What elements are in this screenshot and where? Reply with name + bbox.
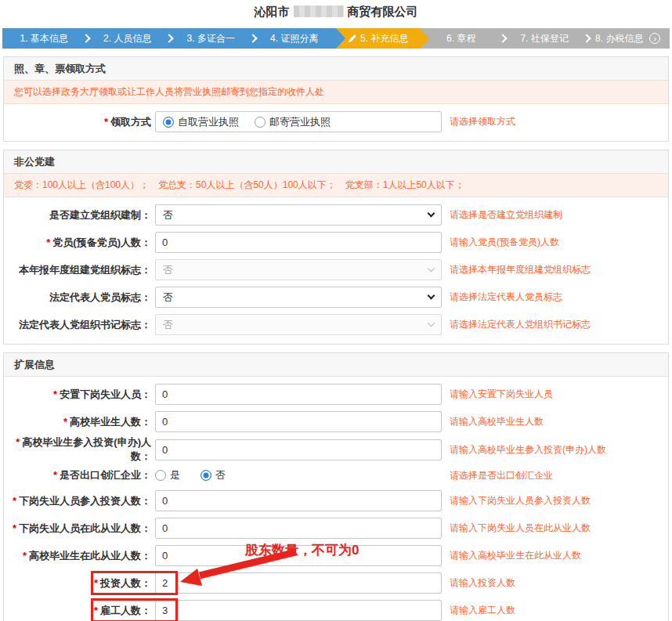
field-label: *高校毕业生人数： — [4, 415, 151, 429]
form-row-investor-count: 股东数量，不可为0 *投资人数： 请输入投资人数 — [4, 569, 668, 597]
step-label: 1. 基本信息 — [20, 32, 68, 45]
field-label: *高校毕业生在此从业人数： — [4, 549, 151, 563]
radio-unselected-icon — [255, 117, 266, 128]
graduate-count-input[interactable] — [155, 411, 442, 432]
step-label: 7. 社保登记 — [521, 32, 569, 45]
field-hint: 请选择是否建立党组织建制 — [450, 208, 562, 222]
section-extended-info: 扩展信息 *安置下岗失业人员： 请输入安置下岗失业人员 *高校毕业生人数： 请输… — [3, 352, 669, 621]
radio-self-pickup[interactable]: 自取营业执照 — [163, 115, 239, 129]
page: 沁阳市商贸有限公司 1. 基本信息 2. 人员信息 3. 多证合一 4. 证照分… — [0, 0, 672, 621]
section-title: 扩展信息 — [4, 353, 668, 377]
required-asterisk: * — [94, 605, 98, 616]
radio-mail-pickup[interactable]: 邮寄营业执照 — [255, 115, 331, 129]
form-row: *党员(预备党员)人数： 请输入党员(预备党员)人数 — [4, 229, 668, 256]
field-label: *领取方式 — [4, 115, 151, 129]
pickup-method-radiogroup: 自取营业执照 邮寄营业执照 — [155, 111, 442, 132]
step-label: 4. 证照分离 — [270, 32, 318, 45]
select-value: 否 — [163, 208, 173, 222]
employee-count-input[interactable] — [155, 600, 442, 621]
radio-unselected-icon — [155, 470, 166, 481]
form-row: *安置下岗失业人员： 请输入安置下岗失业人员 — [4, 381, 668, 408]
step-label: 5. 补充信息 — [360, 32, 408, 45]
laidoff-employed-count-input[interactable] — [155, 518, 442, 539]
censored-company-name — [294, 5, 344, 17]
field-hint: 请选择法定代表人党组织书记标志 — [450, 318, 591, 331]
section-party-building: 非公党建 党委：100人以上（含100人）； 党总支：50人以上（含50人）10… — [3, 150, 669, 345]
required-asterisk: * — [63, 416, 67, 428]
step-tab-supplementary-info[interactable]: 5. 补充信息 — [336, 28, 420, 49]
investor-count-input[interactable] — [155, 572, 442, 594]
field-hint: 请输入下岗失业人员参入投资人数 — [450, 494, 591, 507]
field-hint: 请选择领取方式 — [450, 115, 515, 128]
step-tab-cert-separation[interactable]: 4. 证照分离 — [253, 28, 337, 49]
radio-no[interactable]: 否 — [201, 468, 226, 482]
chevron-down-icon — [428, 265, 435, 273]
required-asterisk: * — [16, 436, 20, 448]
legal-rep-party-member-select[interactable]: 否 — [155, 287, 442, 308]
export-enterprise-radiogroup: 是 否 — [155, 468, 442, 482]
required-asterisk: * — [94, 577, 98, 589]
field-label: 法定代表人党员标志： — [4, 291, 151, 305]
select-value: 否 — [163, 291, 173, 305]
field-hint: 请输入高校毕业生人数 — [450, 415, 544, 428]
page-title: 沁阳市商贸有限公司 — [0, 0, 672, 25]
field-label: *投资人数： — [4, 576, 151, 590]
step-tab-tax-info[interactable]: 8. 办税信息 › — [587, 28, 670, 49]
company-name-suffix: 商贸有限公司 — [348, 5, 418, 18]
form-row: *是否出口创汇企业： 是 否 请选择是否出口创汇企业 — [4, 464, 668, 487]
select-value: 否 — [163, 318, 173, 332]
party-member-count-input[interactable] — [155, 232, 442, 253]
field-hint: 请输入投资人数 — [450, 576, 515, 590]
field-hint: 请选择法定代表人党员标志 — [450, 291, 562, 304]
section-title: 照、章、票领取方式 — [4, 57, 668, 81]
field-hint: 请输入雇工人数 — [450, 604, 515, 617]
field-hint: 请输入党员(预备党员)人数 — [450, 236, 559, 249]
section-body: *领取方式 自取营业执照 邮寄营业执照 请选择领取方式 — [4, 104, 668, 141]
step-tab-basic-info[interactable]: 1. 基本信息 — [2, 28, 86, 49]
field-label: *下岗失业人员参入投资人数： — [4, 494, 151, 508]
legal-rep-secretary-select: 否 — [155, 314, 442, 335]
radio-selected-icon — [163, 117, 174, 128]
step-wizard-bar: 1. 基本信息 2. 人员信息 3. 多证合一 4. 证照分离 5. 补充信息 … — [2, 28, 670, 49]
circle-next-icon: › — [649, 33, 660, 44]
section-license-pickup: 照、章、票领取方式 您可以选择政务大厅领取或让工作人员将营业执照邮寄到您指定的收… — [3, 56, 669, 142]
required-asterisk: * — [23, 550, 27, 561]
required-asterisk: * — [13, 495, 16, 507]
field-hint: 请输入下岗失业人员在此从业人数 — [450, 522, 591, 535]
form-row: *高校毕业生在此从业人数： 请输入高校毕业生在此从业人数 — [4, 542, 668, 569]
section-body: 是否建立党组织建制： 否 请选择是否建立党组织建制 *党员(预备党员)人数： 请… — [4, 197, 668, 344]
field-label: 本年报年度组建党组织标志： — [4, 263, 151, 277]
radio-yes[interactable]: 是 — [155, 468, 180, 482]
arrow-separator-icon — [336, 28, 345, 49]
required-asterisk: * — [46, 236, 50, 248]
step-label: 8. 办税信息 — [595, 32, 643, 45]
party-org-system-select[interactable]: 否 — [155, 204, 442, 226]
field-label: 是否建立党组织建制： — [4, 208, 151, 222]
laidoff-invest-count-input[interactable] — [155, 490, 442, 511]
field-hint: 请输入安置下岗失业人员 — [450, 388, 553, 401]
field-label: 法定代表人党组织书记标志： — [4, 318, 151, 332]
step-tab-charter[interactable]: 6. 章程 — [420, 28, 504, 49]
form-row-employee-count: *雇工人数： 请输入雇工人数 — [4, 597, 668, 621]
form-row: 法定代表人党组织书记标志： 否 请选择法定代表人党组织书记标志 — [4, 311, 668, 338]
radio-selected-icon — [201, 470, 211, 481]
step-label: 6. 章程 — [446, 32, 475, 45]
pencil-edit-icon — [347, 34, 357, 44]
field-hint: 请输入高校毕业生参入投资(申办)人数 — [450, 443, 606, 457]
form-row: *下岗失业人员参入投资人数： 请输入下岗失业人员参入投资人数 — [4, 487, 668, 514]
chevron-down-icon — [428, 292, 435, 300]
field-label: *雇工人数： — [4, 604, 151, 618]
step-tab-personnel-info[interactable]: 2. 人员信息 — [86, 28, 170, 49]
field-hint: 请选择是否出口创汇企业 — [450, 469, 553, 482]
section-note: 您可以选择政务大厅领取或让工作人员将营业执照邮寄到您指定的收件人处 — [4, 81, 668, 104]
select-value: 否 — [163, 263, 173, 277]
graduate-invest-count-input[interactable] — [155, 439, 442, 460]
field-label: *是否出口创汇企业： — [4, 468, 151, 482]
section-title: 非公党建 — [4, 150, 668, 174]
graduate-employed-count-input[interactable] — [155, 545, 442, 566]
laid-off-workers-input[interactable] — [155, 384, 442, 405]
step-tab-multi-cert[interactable]: 3. 多证合一 — [169, 28, 253, 49]
step-tab-social-security[interactable]: 7. 社保登记 — [503, 28, 587, 49]
field-hint: 请选择本年报年度组建党组织标志 — [450, 263, 591, 276]
form-row: 是否建立党组织建制： 否 请选择是否建立党组织建制 — [4, 201, 668, 229]
